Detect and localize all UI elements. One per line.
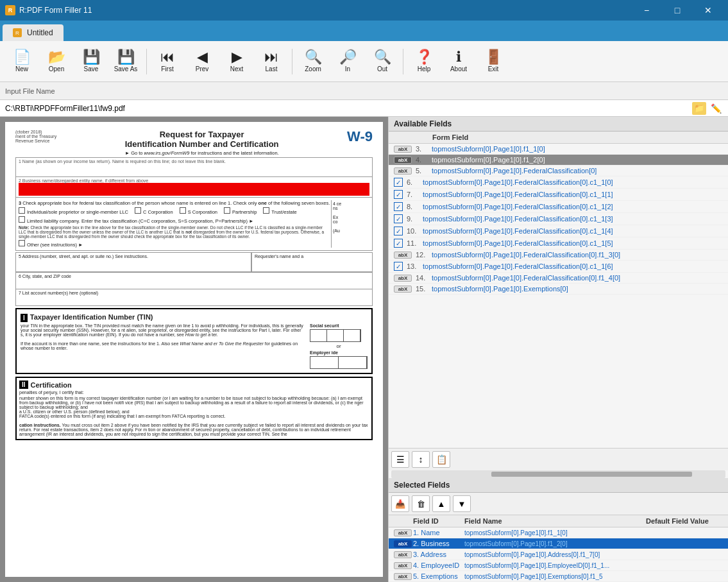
tab-untitled[interactable]: R Untitled	[3, 24, 63, 41]
zoom-in-button[interactable]: 🔎 In	[331, 44, 364, 80]
first-button[interactable]: ⏮ First	[151, 44, 184, 80]
available-field-row[interactable]: ✓ 8. topmostSubform[0].Page1[0].FederalC…	[389, 201, 728, 213]
available-fields-list[interactable]: abX 3. topmostSubform[0].Page1[0].f1_1[0…	[389, 144, 728, 448]
field-name-text: topmostSubform[0].Page1[0].FederalClassi…	[423, 227, 613, 235]
available-field-row[interactable]: ✓ 13. topmostSubform[0].Page1[0].Federal…	[389, 261, 728, 273]
open-button[interactable]: 📂 Open	[40, 44, 73, 80]
next-button[interactable]: ▶ Next	[220, 44, 253, 80]
filepath-edit-button[interactable]: ✏️	[709, 102, 723, 115]
available-field-row[interactable]: abX 5. topmostSubform[0].Page1[0].Federa…	[389, 166, 728, 176]
filepath-input[interactable]	[5, 104, 690, 113]
field-name-text: topmostSubform[0].Page1[0].FederalClassi…	[432, 251, 620, 259]
pdf-cb6[interactable]	[19, 216, 25, 223]
app-icon: R	[5, 5, 15, 15]
sel-up-button[interactable]: ▲	[432, 495, 450, 512]
save-button[interactable]: 💾 Save	[74, 44, 108, 80]
fields-arrange-button[interactable]: ☰	[391, 451, 409, 468]
field-num: 4.	[416, 156, 432, 164]
pdf-line6: 6 City, state, and ZIP code	[15, 272, 373, 289]
sel-field-id: 2. Business	[413, 540, 464, 547]
pdf-cert-section: II Certification penalties of perjury, I…	[15, 377, 373, 440]
fields-add-button[interactable]: 📋	[432, 451, 450, 468]
sel-col-field-name: Field Name	[464, 517, 646, 525]
sel-field-id: 1. Name	[413, 529, 464, 536]
field-num: 6.	[407, 178, 423, 186]
available-field-row[interactable]: ✓ 10. topmostSubform[0].Page1[0].Federal…	[389, 225, 728, 237]
sel-type-badge: abX	[394, 551, 412, 558]
minimize-button[interactable]: −	[632, 0, 661, 21]
sel-type-badge: abX	[394, 529, 412, 536]
field-name-text: topmostSubform[0].Page1[0].f1_1[0]	[432, 145, 545, 153]
field-name-text: topmostSubform[0].Page1[0].f1_2[0]	[432, 156, 545, 164]
pdf-cb5[interactable]	[263, 207, 269, 214]
input-file-name-bar: Input File Name	[0, 82, 728, 100]
selected-field-row[interactable]: abX 3. Address topmostSubform[0].Page1[0…	[389, 549, 728, 560]
pdf-line3-right: 4 censExco(Au	[331, 200, 369, 248]
pdf-part-iii-badge: II	[19, 381, 28, 389]
available-field-row[interactable]: ✓ 7. topmostSubform[0].Page1[0].FederalC…	[389, 189, 728, 201]
selected-field-row[interactable]: abX 1. Name topmostSubform[0].Page1[0].f…	[389, 527, 728, 538]
selected-field-row[interactable]: abX 5. Exemptions topmostSubform[0].Page…	[389, 571, 728, 582]
field-type-badge: abX	[394, 286, 412, 293]
field-num: 12.	[416, 251, 432, 259]
col-form-field-header: Form Field	[432, 133, 723, 141]
help-label: Help	[418, 65, 431, 73]
available-field-row[interactable]: abX 14. topmostSubform[0].Page1[0].Feder…	[389, 273, 728, 284]
new-button[interactable]: 📄 New	[5, 44, 38, 80]
available-field-row[interactable]: abX 3. topmostSubform[0].Page1[0].f1_1[0…	[389, 144, 728, 155]
field-check-badge: ✓	[394, 190, 403, 199]
zoom-out-label: Out	[377, 65, 387, 73]
zoom-button[interactable]: 🔍 Zoom	[296, 44, 330, 80]
sel-col-default: Default Field Value	[646, 517, 723, 525]
sel-add-button[interactable]: 📥	[391, 495, 409, 512]
save-as-button[interactable]: 💾 Save As	[109, 44, 142, 80]
app-title: R:PDF Form Filler 11	[19, 6, 92, 15]
title-bar-left: R R:PDF Form Filler 11	[5, 5, 92, 15]
fields-sort-button[interactable]: ↕	[412, 451, 430, 468]
sel-down-button[interactable]: ▼	[453, 495, 471, 512]
last-icon: ⏭	[264, 50, 278, 64]
about-button[interactable]: ℹ About	[442, 44, 475, 80]
available-field-row[interactable]: abX 12. topmostSubform[0].Page1[0].Feder…	[389, 250, 728, 261]
pdf-cb2[interactable]	[135, 207, 141, 214]
field-type-badge: abX	[394, 157, 412, 164]
sel-field-id: 5. Exemptions	[413, 572, 464, 580]
pdf-cb1[interactable]	[19, 207, 25, 214]
pdf-cb4[interactable]	[224, 207, 230, 214]
pdf-revenue: Revenue Service	[15, 139, 56, 143]
pdf-form-title: Request for Taxpayer	[56, 130, 347, 139]
available-fields-scrollbar[interactable]	[391, 470, 725, 478]
sel-field-name-text: topmostSubform[0].Page1[0].Exemptions[0]…	[464, 573, 646, 580]
available-field-row[interactable]: abX 4. topmostSubform[0].Page1[0].f1_2[0…	[389, 155, 728, 166]
next-icon: ▶	[232, 50, 242, 64]
save-as-label: Save As	[114, 65, 138, 73]
field-name-text: topmostSubform[0].Page1[0].FederalClassi…	[432, 167, 597, 175]
field-num: 9.	[407, 215, 423, 223]
available-field-row[interactable]: ✓ 11. topmostSubform[0].Page1[0].Federal…	[389, 237, 728, 250]
pdf-ein-field	[310, 356, 368, 369]
field-check-badge: ✓	[394, 178, 403, 187]
available-field-row[interactable]: ✓ 9. topmostSubform[0].Page1[0].FederalC…	[389, 213, 728, 225]
selected-list[interactable]: abX 1. Name topmostSubform[0].Page1[0].f…	[389, 527, 728, 582]
prev-button[interactable]: ◀ Prev	[185, 44, 219, 80]
pdf-cb3[interactable]	[180, 207, 186, 214]
zoom-out-button[interactable]: 🔍 Out	[366, 44, 399, 80]
help-button[interactable]: ❓ Help	[407, 44, 441, 80]
filepath-bar: 📁 ✏️	[0, 100, 728, 117]
available-field-row[interactable]: abX 15. topmostSubform[0].Page1[0].Exemp…	[389, 284, 728, 295]
close-button[interactable]: ✕	[693, 0, 723, 21]
available-field-row[interactable]: ✓ 6. topmostSubform[0].Page1[0].FederalC…	[389, 176, 728, 189]
field-name-text: topmostSubform[0].Page1[0].FederalClassi…	[423, 239, 613, 247]
pdf-line7-input	[19, 295, 369, 304]
pdf-ein-cell1	[310, 357, 339, 368]
selected-field-row[interactable]: abX 4. EmployeeID topmostSubform[0].Page…	[389, 560, 728, 571]
last-button[interactable]: ⏭ Last	[255, 44, 288, 80]
sel-remove-button[interactable]: 🗑	[412, 495, 430, 512]
separator-1	[146, 49, 147, 74]
exit-button[interactable]: 🚪 Exit	[477, 44, 510, 80]
selected-field-row[interactable]: abX 2. Business topmostSubform[0].Page1[…	[389, 538, 728, 549]
filepath-browse-button[interactable]: 📁	[692, 102, 706, 115]
pdf-cb7[interactable]	[19, 240, 25, 246]
maximize-button[interactable]: □	[663, 0, 692, 21]
pdf-note: Note: Check the appropriate box in the l…	[19, 225, 331, 239]
